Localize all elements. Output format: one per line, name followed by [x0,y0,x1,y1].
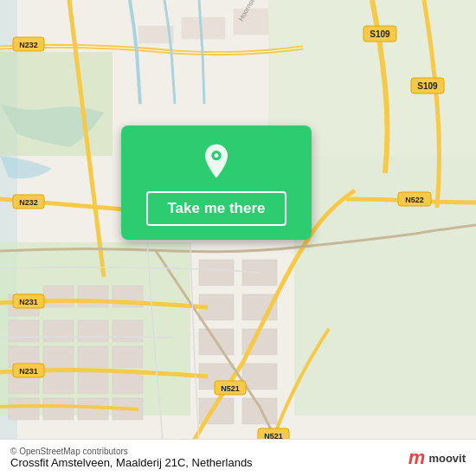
svg-rect-18 [43,346,74,368]
svg-rect-20 [113,346,143,368]
svg-rect-26 [43,398,74,420]
svg-text:S109: S109 [370,29,390,39]
take-me-there-button[interactable]: Take me there [146,191,286,226]
svg-rect-36 [242,363,277,389]
svg-point-61 [215,153,219,158]
svg-rect-22 [43,372,74,394]
bottom-bar: © OpenStreetMap contributors Crossfit Am… [0,439,476,476]
osm-credit: © OpenStreetMap contributors [10,447,253,456]
moovit-logo-letter: m [408,447,426,469]
location-pin-icon [197,143,235,181]
svg-text:N231: N231 [19,298,38,306]
bottom-left: © OpenStreetMap contributors Crossfit Am… [10,447,253,469]
svg-rect-29 [199,260,234,286]
svg-rect-3 [294,156,476,415]
svg-rect-13 [9,320,39,342]
moovit-logo: m moovit [408,447,466,469]
svg-text:N522: N522 [405,196,424,204]
svg-rect-25 [9,398,39,420]
svg-text:N232: N232 [19,198,38,207]
map-container: N232 N232 N231 N231 N521 N521 S109 S109 … [0,0,476,476]
svg-rect-4 [0,52,113,156]
svg-rect-10 [43,286,74,307]
svg-rect-8 [234,9,268,35]
svg-rect-14 [43,320,74,342]
svg-rect-38 [242,398,277,424]
svg-text:N231: N231 [19,367,38,376]
moovit-brand-name: moovit [428,452,466,465]
svg-rect-15 [78,320,108,342]
svg-text:S109: S109 [417,81,438,91]
svg-rect-16 [113,320,143,342]
svg-rect-23 [78,372,108,394]
svg-rect-24 [113,372,143,394]
svg-text:N521: N521 [221,384,240,393]
svg-rect-11 [78,286,108,307]
action-card: Take me there [121,125,312,240]
svg-rect-7 [182,17,225,39]
svg-text:N232: N232 [19,41,38,49]
svg-rect-19 [78,346,108,368]
location-label: Crossfit Amstelveen, Maalderij 21C, Neth… [10,456,253,469]
